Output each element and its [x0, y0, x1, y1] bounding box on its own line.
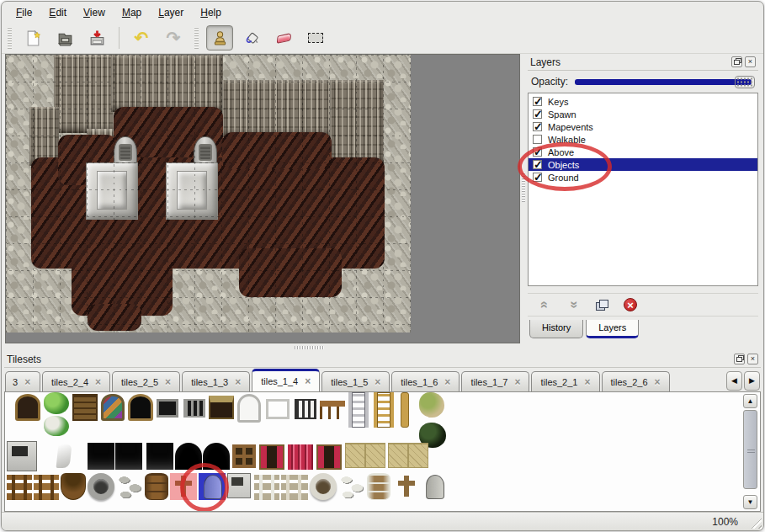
tile-sign-wood[interactable]	[7, 475, 32, 500]
tile-black-tile-2[interactable]	[115, 443, 142, 470]
tab-close-icon[interactable]: ×	[305, 375, 311, 387]
tab-history[interactable]: History	[529, 320, 583, 338]
tile-well-snow[interactable]	[310, 473, 337, 500]
tab-close-icon[interactable]: ×	[165, 376, 171, 388]
tileset-content[interactable]: ▲ ▼	[4, 391, 761, 512]
layer-visibility-checkbox[interactable]	[533, 97, 542, 106]
tile-fence-wood[interactable]	[34, 475, 59, 500]
tileset-tab-tiles_2_6[interactable]: tiles_2_6×	[602, 371, 670, 391]
map-canvas[interactable]	[6, 55, 411, 332]
tile-cave-arch-2[interactable]	[203, 443, 230, 470]
tileset-tab-tiles_2_4[interactable]: tiles_2_4×	[42, 371, 110, 391]
map-viewport[interactable]	[5, 54, 520, 343]
tile-railing-white[interactable]	[295, 399, 316, 419]
layer-visibility-checkbox[interactable]	[533, 122, 542, 131]
tileset-tab-tiles_1_3[interactable]: tiles_1_3×	[182, 371, 250, 391]
tileset-tab-tiles_1_6[interactable]: tiles_1_6×	[391, 371, 460, 391]
tile-tan-wall-2[interactable]	[365, 443, 385, 468]
open-button[interactable]	[51, 25, 78, 51]
tab-close-icon[interactable]: ×	[444, 376, 450, 388]
tile-cross-snow[interactable]	[394, 473, 419, 500]
tile-sign-snow[interactable]	[254, 475, 279, 500]
tile-stove-gray[interactable]	[7, 441, 37, 471]
resize-grip[interactable]	[747, 514, 762, 529]
tab-close-icon[interactable]: ×	[95, 376, 101, 388]
layer-row-ground[interactable]: Ground	[529, 171, 757, 184]
tile-stone-slabs[interactable]	[116, 473, 143, 500]
save-button[interactable]	[83, 25, 110, 51]
tile-slabs-snow[interactable]	[338, 473, 365, 500]
menu-file[interactable]: File	[8, 4, 40, 21]
float-icon[interactable]	[734, 354, 745, 364]
tile-tan-wall-3[interactable]	[388, 443, 408, 468]
tab-layers[interactable]: Layers	[586, 320, 639, 338]
tile-window-awning[interactable]	[209, 396, 234, 419]
tileset-tab-tiles_2_5[interactable]: tiles_2_5×	[112, 371, 180, 391]
fill-tool-button[interactable]	[238, 25, 265, 51]
scroll-tabs-left-button[interactable]: ◀	[726, 371, 742, 391]
menu-map[interactable]: Map	[114, 4, 149, 21]
layer-visibility-checkbox[interactable]	[533, 147, 542, 157]
tab-close-icon[interactable]: ×	[655, 376, 661, 388]
tile-cave-arch-1[interactable]	[175, 443, 202, 470]
layer-visibility-checkbox[interactable]	[533, 109, 542, 119]
undo-button[interactable]: ↶	[128, 25, 155, 51]
tile-grave-cross[interactable]	[170, 473, 197, 500]
tileset-tab-tiles_1_7[interactable]: tiles_1_7×	[461, 371, 529, 391]
tile-flower-box-white[interactable]	[44, 416, 69, 436]
tile-curtain-window-1[interactable]	[259, 444, 284, 470]
layer-visibility-checkbox[interactable]	[533, 160, 542, 169]
tab-close-icon[interactable]: ×	[235, 376, 241, 388]
tile-curtain-window-2[interactable]	[316, 444, 342, 470]
tile-barrel-wood[interactable]	[145, 473, 168, 500]
tile-window-frame-wood[interactable]	[232, 444, 256, 468]
tile-flower-box-green[interactable]	[44, 392, 69, 414]
select-tool-button[interactable]	[302, 25, 329, 51]
scroll-tabs-right-button[interactable]: ▶	[744, 371, 760, 391]
tile-pot-gray[interactable]	[227, 473, 251, 498]
menu-help[interactable]: Help	[193, 4, 229, 21]
stamp-tool-button[interactable]	[206, 25, 233, 51]
tile-basket-wood[interactable]	[61, 473, 86, 500]
layer-visibility-checkbox[interactable]	[533, 135, 542, 144]
tile-table-wood[interactable]	[320, 401, 345, 419]
horizontal-splitter[interactable]	[2, 343, 763, 351]
tile-window-white[interactable]	[266, 399, 290, 419]
tile-tan-wall-1[interactable]	[345, 443, 365, 468]
layer-row-above[interactable]: Above	[529, 146, 757, 158]
move-layer-down-button[interactable]: «	[563, 296, 583, 313]
opacity-slider[interactable]	[575, 76, 755, 88]
eraser-tool-button[interactable]	[270, 25, 297, 51]
new-file-button[interactable]	[19, 25, 46, 51]
tile-tan-wall-4[interactable]	[408, 443, 428, 468]
vertical-splitter[interactable]	[520, 54, 526, 343]
scroll-up-icon[interactable]: ▲	[743, 394, 757, 408]
tileset-tab-3[interactable]: 3×	[5, 371, 40, 391]
layer-row-spawn[interactable]: Spawn	[529, 108, 757, 120]
layer-row-mapevents[interactable]: Mapevents	[529, 120, 757, 133]
layer-row-walkable[interactable]: Walkable	[529, 133, 757, 146]
tile-black-tile-1[interactable]	[88, 443, 114, 470]
tile-ladder-rope[interactable]	[374, 392, 394, 428]
move-layer-up-button[interactable]: «	[534, 296, 555, 313]
duplicate-layer-button[interactable]	[592, 296, 612, 313]
tab-close-icon[interactable]: ×	[375, 376, 380, 388]
opacity-slider-handle[interactable]	[735, 76, 755, 88]
tile-window-arch-dark[interactable]	[128, 394, 153, 421]
tile-well-stone[interactable]	[88, 473, 114, 500]
tile-curtains-red[interactable]	[288, 444, 313, 470]
tileset-tab-tiles_2_1[interactable]: tiles_2_1×	[531, 371, 599, 391]
layer-visibility-checkbox[interactable]	[533, 173, 542, 182]
tile-ladder-metal[interactable]	[348, 392, 369, 428]
delete-layer-button[interactable]: ×	[620, 296, 640, 313]
tile-plant-roots[interactable]	[419, 392, 444, 418]
menu-edit[interactable]: Edit	[41, 4, 74, 21]
tab-close-icon[interactable]: ×	[514, 376, 520, 388]
close-icon[interactable]: ×	[745, 56, 756, 67]
tile-arch-white[interactable]	[237, 394, 261, 423]
tile-bench-snow[interactable]	[281, 475, 308, 500]
scroll-down-icon[interactable]: ▼	[743, 495, 757, 509]
tileset-tab-tiles_1_4[interactable]: tiles_1_4×	[252, 369, 320, 391]
tile-window-shutters[interactable]	[72, 394, 98, 421]
tile-window-barred[interactable]	[183, 399, 205, 418]
